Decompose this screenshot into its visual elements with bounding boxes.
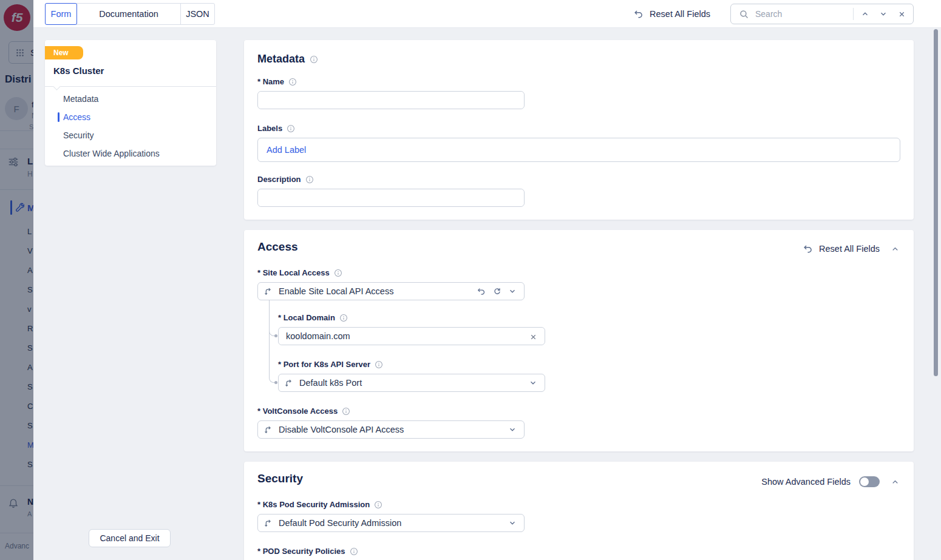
info-icon[interactable] [339,314,348,322]
tab-documentation[interactable]: Documentation [76,3,181,25]
info-icon[interactable] [342,407,350,416]
security-header-actions: Show Advanced Fields [761,475,902,488]
tree-connector-dot [274,381,277,384]
site-local-access-label: * Site Local Access [257,268,342,277]
info-icon[interactable] [334,269,342,277]
port-for-k8s-api-server-select[interactable]: Default k8s Port [278,374,545,392]
chevron-down-icon[interactable] [877,7,890,21]
cancel-and-exit-button[interactable]: Cancel and Exit [89,529,171,547]
redo-icon[interactable] [490,285,503,298]
chevron-down-icon[interactable] [526,376,540,390]
wizard-step-security[interactable]: Security [45,126,216,144]
wizard-step-access[interactable]: Access [45,108,216,126]
name-label: * Name [257,77,297,86]
modal-header: Form Documentation JSON Reset All Fields [33,0,941,28]
local-domain-field-wrap [278,327,545,345]
undo-icon[interactable] [474,285,487,298]
description-label: Description [257,175,314,184]
wizard-step-cluster-wide-applications[interactable]: Cluster Wide Applications [45,144,216,163]
tab-form[interactable]: Form [45,3,77,25]
port-value: Default k8s Port [299,378,521,388]
collapse-section-chevron-up-icon[interactable] [888,242,902,255]
name-input[interactable] [258,92,524,109]
app-root: f5 Se Distri F f5 N S L H M L V A S v R … [0,0,941,560]
chevron-down-icon[interactable] [506,516,519,530]
fork-icon [264,519,273,528]
fork-icon [285,379,294,388]
info-icon[interactable] [350,547,358,556]
scrollbar-thumb[interactable] [934,29,938,376]
search-box [730,4,914,24]
access-section-title: Access [257,240,298,254]
voltconsole-access-select[interactable]: Disable VoltConsole API Access [257,420,525,439]
info-icon[interactable] [288,78,297,86]
divider [853,8,854,20]
modal-body: New K8s Cluster Metadata Access Security… [33,28,941,560]
show-advanced-fields-label: Show Advanced Fields [761,477,851,487]
labels-label: Labels [257,124,295,133]
chevron-down-icon[interactable] [506,285,519,298]
reset-all-fields-label: Reset All Fields [650,9,710,19]
wizard-title: K8s Cluster [53,66,104,76]
port-for-k8s-api-server-label: * Port for K8s API Server [278,360,383,369]
pod-security-policies-label: * POD Security Policies [257,547,358,556]
k8s-pod-security-admission-label: * K8s Pod Security Admission [257,500,382,509]
description-field-wrap [257,189,525,207]
voltconsole-access-label: * VoltConsole Access [257,407,350,416]
site-local-access-value: Enable Site Local API Access [279,286,469,296]
access-section: Access Reset All Fields * Site Local Acc… [244,230,914,451]
metadata-section-title: Metadata [257,53,318,66]
description-input[interactable] [258,189,524,206]
info-icon[interactable] [287,124,295,133]
toggle-knob [860,477,869,486]
info-icon[interactable] [310,55,318,64]
show-advanced-fields-toggle[interactable] [859,476,880,487]
undo-icon [801,242,814,255]
tab-json[interactable]: JSON [180,3,215,25]
fork-icon [264,287,273,296]
name-field-wrap [257,91,525,109]
info-icon[interactable] [374,501,382,509]
access-reset-all-button[interactable]: Reset All Fields [801,242,880,255]
k8s-pod-security-admission-select[interactable]: Default Pod Security Admission [257,514,525,532]
local-domain-input[interactable] [279,328,545,345]
fork-icon [264,425,273,434]
security-section-title: Security [257,472,303,485]
admission-value: Default Pod Security Admission [279,518,500,528]
local-domain-label: * Local Domain [278,313,348,322]
access-header-actions: Reset All Fields [801,242,902,255]
info-icon[interactable] [305,175,314,184]
divider [45,86,216,87]
reset-all-fields-button[interactable]: Reset All Fields [631,0,710,28]
clear-field-close-icon[interactable] [526,330,540,343]
search-input[interactable] [755,9,848,19]
collapse-section-chevron-up-icon[interactable] [888,475,902,488]
info-icon[interactable] [375,360,383,369]
search-icon [737,7,750,21]
security-section: Security Show Advanced Fields * K8s Pod … [244,462,914,560]
k8s-cluster-modal: Form Documentation JSON Reset All Fields [33,0,941,560]
add-label-button[interactable]: Add Label [267,145,306,155]
wizard-steps: Metadata Access Security Cluster Wide Ap… [45,90,216,163]
voltconsole-access-value: Disable VoltConsole API Access [279,425,500,434]
undo-icon [631,7,645,21]
collapse-notch-icon[interactable] [53,83,61,90]
chevron-up-icon[interactable] [858,7,872,21]
site-local-access-select[interactable]: Enable Site Local API Access [257,282,525,300]
new-badge: New [45,46,83,59]
metadata-section: Metadata * Name Labels Add Label [244,40,914,220]
labels-box: Add Label [257,138,900,162]
tree-connector-dot [274,334,277,337]
chevron-down-icon[interactable] [506,423,519,436]
close-icon[interactable] [895,7,908,21]
wizard-nav-card: New K8s Cluster Metadata Access Security… [45,40,216,166]
tree-connector [269,300,276,383]
view-tabs: Form Documentation JSON [45,3,215,25]
wizard-step-metadata[interactable]: Metadata [45,90,216,108]
